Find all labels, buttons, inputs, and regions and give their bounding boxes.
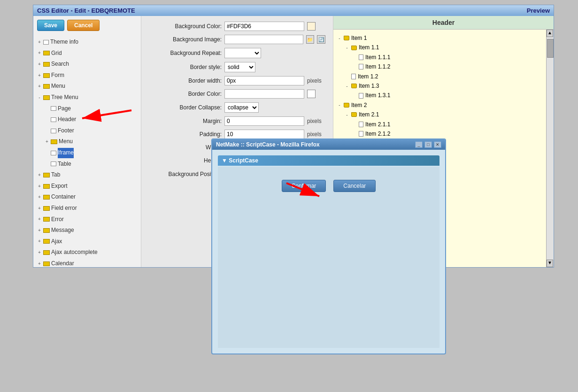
sidebar-item-tab[interactable]: + Tab [37, 169, 137, 181]
sidebar-item-label: Iframe [58, 148, 74, 158]
bg-repeat-select[interactable]: repeat repeat-x repeat-y no-repeat [224, 48, 261, 58]
border-style-row: Border style: solid dashed dotted none [149, 62, 325, 72]
bg-repeat-label: Background Repeat: [149, 50, 222, 56]
bg-image-input[interactable] [224, 35, 303, 44]
sidebar-item-label: Field error [51, 203, 77, 214]
modal-buttons: Confirmar Cancelar [222, 180, 436, 192]
scrollbar-track[interactable]: ▲ ▼ [546, 30, 554, 267]
folder-icon [344, 103, 349, 108]
sidebar-item-menu[interactable]: + Menu [37, 81, 137, 92]
padding-unit: pixels [307, 131, 322, 138]
sidebar-item-form[interactable]: + Form [37, 70, 137, 81]
sidebar-item-theme-info[interactable]: + Theme info [37, 37, 137, 48]
sidebar-item-ajax-autocomplete[interactable]: + Ajax autocomplete [37, 247, 137, 258]
border-style-select[interactable]: solid dashed dotted none [224, 62, 255, 72]
sidebar-item-field-error[interactable]: + Field error [37, 203, 137, 214]
page-icon [43, 40, 49, 45]
scrollbar-up[interactable]: ▲ [547, 30, 553, 37]
left-panel: Save Cancel + Theme info + Grid + [33, 16, 141, 267]
page-icon [51, 129, 56, 133]
refresh-image-button[interactable]: 🔄 [317, 35, 325, 44]
page-icon [359, 131, 363, 137]
page-icon [359, 93, 363, 99]
cancel-button[interactable]: Cancel [67, 20, 100, 31]
expand-icon: - [37, 93, 42, 102]
folder-icon [43, 95, 50, 100]
folder-icon [43, 261, 50, 266]
preview-tree-item: - Item 2 [337, 100, 542, 110]
tree-item-label: Item 1.1.2 [365, 62, 390, 71]
preview-tree-item: Item 1.2 [337, 72, 542, 81]
expand-icon: + [37, 193, 42, 201]
sidebar-item-page[interactable]: Page [37, 103, 137, 115]
modal-minimize-button[interactable]: _ [415, 141, 423, 148]
width-label: Width: [149, 144, 222, 151]
bg-color-input[interactable] [224, 22, 304, 31]
sidebar-item-label: Form [51, 70, 64, 81]
tree-item-label: Item 1.1.1 [365, 53, 390, 62]
border-width-unit: pixels [307, 77, 322, 84]
modal-section-arrow: ▼ [222, 157, 227, 164]
sidebar-item-container[interactable]: + Container [37, 192, 137, 203]
folder-icon [43, 84, 50, 89]
modal-body: ▼ ScriptCase Confirmar Cancelar [212, 150, 445, 354]
cancelar-button[interactable]: Cancelar [333, 180, 376, 192]
confirm-button[interactable]: Confirmar [282, 180, 326, 192]
sidebar-item-message[interactable]: + Message [37, 225, 137, 236]
preview-header: Header [333, 16, 554, 30]
padding-input[interactable] [224, 130, 304, 139]
sidebar-item-tree-menu[interactable]: - Tree Menu [37, 92, 137, 103]
save-button[interactable]: Save [37, 20, 64, 31]
preview-title-label: Preview [527, 7, 550, 14]
tree-item-label: Item 1.3 [359, 81, 379, 91]
tree-item-label: Item 1.3.1 [365, 91, 390, 100]
margin-input[interactable] [224, 116, 304, 126]
border-color-swatch[interactable] [307, 90, 316, 98]
nav-tree: + Theme info + Grid + Search [37, 37, 137, 267]
scrollbar-down[interactable]: ▼ [547, 260, 553, 267]
expand-icon: + [37, 237, 42, 246]
sidebar-item-ajax[interactable]: + Ajax [37, 236, 137, 247]
sidebar-item-grid[interactable]: + Grid [37, 48, 137, 59]
page-icon [359, 54, 363, 60]
border-color-input[interactable] [224, 89, 304, 99]
scrollbar-thumb[interactable] [547, 39, 554, 58]
expand-icon: + [37, 171, 42, 179]
folder-icon [43, 73, 50, 78]
browse-image-button[interactable]: 📁 [306, 35, 315, 44]
modal-section-header: ▼ ScriptCase [218, 155, 439, 166]
sidebar-item-footer[interactable]: Footer [37, 125, 137, 137]
bg-color-swatch[interactable] [307, 22, 316, 31]
sidebar-item-label: Menu [51, 81, 65, 92]
sidebar-item-menu-sub[interactable]: + Menu [37, 136, 137, 147]
modal-close-button[interactable]: ✕ [434, 141, 441, 148]
expand-icon: - [345, 111, 349, 119]
sidebar-item-iframe[interactable]: Iframe [37, 147, 137, 159]
sidebar-item-error[interactable]: + Error [37, 214, 137, 225]
expand-icon: + [37, 71, 42, 80]
sidebar-item-header[interactable]: Header [37, 114, 137, 125]
modal-section-label: ScriptCase [229, 157, 258, 164]
modal-maximize-button[interactable]: □ [424, 141, 432, 148]
sidebar-item-label: Error [51, 215, 64, 225]
folder-icon [43, 195, 50, 200]
border-width-input[interactable] [224, 76, 304, 85]
sidebar-item-calendar[interactable]: + Calendar [37, 258, 137, 267]
sidebar-item-export[interactable]: + Export [37, 181, 137, 192]
border-collapse-select[interactable]: collapse separate [224, 102, 259, 113]
preview-tree-item: Item 2.1.2 [337, 129, 542, 138]
sidebar-item-label: Ajax autocomplete [51, 247, 98, 258]
preview-tree-item: Item 1.1.1 [337, 53, 542, 62]
page-icon [359, 122, 363, 127]
expand-icon: + [37, 182, 42, 191]
folder-icon [51, 139, 57, 144]
sidebar-item-search[interactable]: + Search [37, 59, 137, 70]
expand-icon: - [337, 101, 342, 109]
expand-icon: - [337, 34, 342, 42]
tree-item-label: Item 2 [351, 100, 367, 110]
bg-color-label: Background Color: [149, 23, 222, 30]
sidebar-item-table[interactable]: Table [37, 159, 137, 170]
sidebar-item-label: Theme info [50, 37, 78, 47]
tree-item-label: Item 2.1 [359, 110, 379, 119]
border-style-label: Border style: [149, 64, 222, 70]
